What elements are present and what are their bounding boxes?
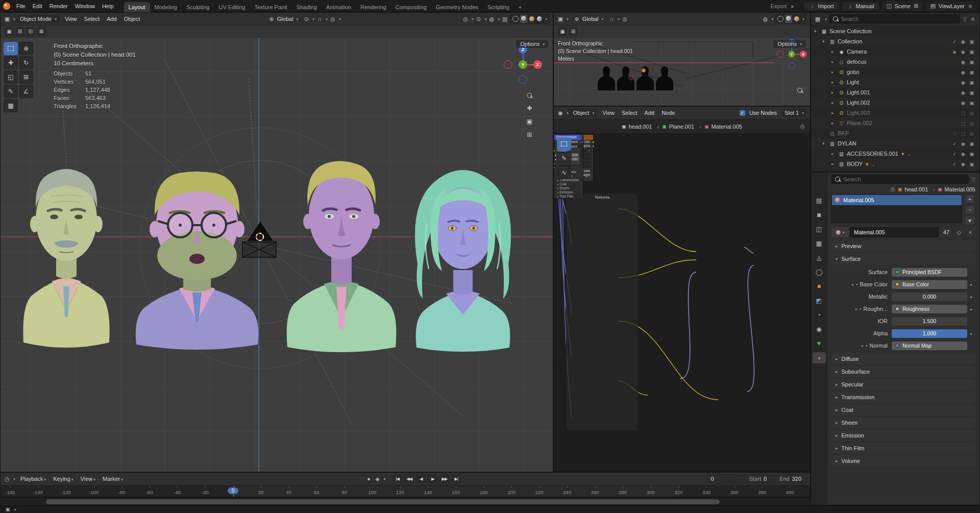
properties-tab[interactable]: ▦	[813, 238, 826, 249]
outliner-row[interactable]: ▸ gobo	[811, 67, 979, 77]
zoom-icon[interactable]	[527, 93, 532, 99]
shading-wireframe-icon[interactable]	[512, 16, 519, 22]
snap-magnet-icon[interactable]: ∩	[316, 16, 323, 22]
use-nodes-checkbox[interactable]: ✓Use Nodes	[737, 109, 780, 117]
expand-arrow-icon[interactable]: ▸	[852, 282, 854, 287]
outliner-row[interactable]: ▸ Camera	[811, 46, 979, 57]
transport-button[interactable]: ▶	[427, 474, 438, 483]
properties-tab[interactable]: ◯	[813, 266, 826, 278]
outliner-row[interactable]: ▾ Scene Collection	[811, 26, 979, 36]
visibility-toggle-icon[interactable]	[968, 161, 975, 167]
keying-set-icon[interactable]: ◈	[374, 476, 381, 482]
gizmo-x-axis[interactable]: X	[800, 51, 806, 57]
property-value[interactable]: Principled BSDF	[892, 268, 967, 277]
collapsed-section[interactable]: ▸Coat	[831, 404, 975, 416]
shading-dropdown-icon[interactable]: ▾	[802, 17, 804, 21]
viewport-menu[interactable]: Object	[120, 15, 144, 23]
visibility-toggle-icon[interactable]	[951, 131, 958, 136]
slot-dropdown[interactable]: Slot 1▾	[781, 109, 807, 117]
outliner-options-icon[interactable]: ≡	[969, 16, 976, 22]
tool-annotate[interactable]: ✎	[557, 152, 571, 165]
shader-menu[interactable]: Node	[658, 109, 678, 117]
select-mode-subtract-icon[interactable]: ⊟	[26, 27, 35, 36]
disclosure-arrow-icon[interactable]: ▸	[831, 110, 838, 115]
slot-specials-button[interactable]: ▾	[965, 216, 975, 225]
breadcrumb-item[interactable]: ▣ Material.005›	[938, 186, 975, 192]
visibility-toggle-icon[interactable]	[968, 100, 975, 106]
workspace-tab[interactable]: Modeling	[150, 2, 182, 12]
topbar-menu-item[interactable]: Help	[99, 2, 117, 10]
transport-button[interactable]: ◀	[415, 474, 426, 483]
blender-logo-icon[interactable]	[3, 3, 10, 10]
shader-menu[interactable]: View	[599, 109, 618, 117]
bust-elderly-man[interactable]	[23, 169, 109, 348]
topbar-menu-item[interactable]: Edit	[29, 2, 46, 10]
gizmo-x-axis[interactable]: X	[533, 60, 542, 69]
shading-rendered-icon[interactable]	[536, 16, 543, 22]
toggle-ortho-icon[interactable]: ⊞	[527, 131, 532, 138]
expand-arrow-icon[interactable]: ▸	[862, 344, 864, 348]
workspace-tab[interactable]: UV Editing	[214, 2, 250, 12]
bust-teal-woman[interactable]	[415, 170, 511, 352]
outliner[interactable]: ▦▾ ▽ ≡ ▾ Scene Collection	[811, 12, 980, 172]
visibility-toggle-icon[interactable]	[951, 39, 958, 44]
viewport-menu[interactable]: View	[61, 15, 81, 23]
snap-magnet-icon[interactable]: ∩	[608, 16, 615, 22]
viewport-canvas[interactable]: Front Orthographic (0) Scene Collection …	[1, 38, 553, 472]
tool-move[interactable]: ✚	[4, 56, 18, 69]
disclosure-arrow-icon[interactable]: ▸	[831, 151, 838, 156]
outliner-row[interactable]: ▸ Light.002	[811, 97, 979, 108]
tool-add-primitive[interactable]: ▦	[4, 99, 18, 112]
node-socket-icon[interactable]	[554, 166, 555, 169]
properties-tab[interactable]: ◔	[813, 309, 826, 321]
bust-silhouettes[interactable]	[598, 66, 673, 90]
pin-icon[interactable]: ◎	[890, 186, 895, 192]
node-socket-icon[interactable]	[592, 141, 595, 143]
breadcrumb-item[interactable]: ▣ head.001›	[898, 186, 935, 192]
outliner-row[interactable]: ▸ defocus	[811, 57, 979, 67]
gizmos-icon[interactable]: ⊙	[475, 16, 482, 22]
auto-keying-icon[interactable]: ●	[365, 476, 372, 482]
disclosure-arrow-icon[interactable]: ▸	[831, 161, 838, 166]
property-value[interactable]: 0.000	[892, 292, 967, 301]
topbar-menu-item[interactable]: Window	[71, 2, 99, 10]
outliner-item-label[interactable]: Collection	[838, 38, 862, 44]
visibility-toggle-icon[interactable]	[960, 141, 967, 146]
editor-type-icon[interactable]: ▣	[4, 16, 11, 22]
outliner-item-label[interactable]: BODY	[847, 161, 863, 167]
tool-rotate[interactable]: ↻	[19, 56, 33, 69]
shader-type-dropdown[interactable]: Object▾	[570, 109, 598, 117]
checkbox-checked-icon[interactable]: ✓	[740, 110, 745, 116]
node-row[interactable]: Thin Film	[556, 194, 581, 198]
export-button[interactable]: Export»	[766, 2, 801, 10]
transport-button[interactable]: ▶▶	[439, 474, 450, 483]
outliner-item-label[interactable]: BKP	[838, 130, 849, 136]
node-canvas[interactable]: Textures Image Texture Color	[554, 134, 810, 472]
browse-material-button[interactable]: ▾	[831, 227, 849, 237]
shader-menu[interactable]: Add	[641, 109, 658, 117]
current-frame-field[interactable]: 0	[705, 474, 742, 483]
empty-object[interactable]	[242, 242, 276, 257]
status-editor-icon[interactable]: ▣	[4, 507, 11, 512]
outliner-row[interactable]: ▸ BODY	[811, 159, 979, 169]
property-value[interactable]: Normal Map	[892, 341, 967, 350]
outliner-item-label[interactable]: ACCESSORIES.001	[847, 151, 898, 157]
property-value[interactable]: 1.500	[892, 317, 967, 326]
properties-tab[interactable]: ▤	[813, 195, 826, 206]
node-row[interactable]: Emission	[556, 190, 581, 194]
outliner-item-label[interactable]: Light	[847, 79, 859, 85]
viewport2-options-dropdown[interactable]: Options▾	[773, 40, 806, 48]
frame-end-field[interactable]: End320	[774, 474, 807, 483]
select-mode-extend-icon[interactable]: ⊞	[15, 27, 24, 36]
gizmo-y-axis[interactable]: Y	[519, 60, 527, 69]
disclosure-arrow-icon[interactable]: ▾	[822, 141, 828, 146]
section-volume[interactable]: ▸Volume	[831, 455, 975, 467]
workspace-tab[interactable]: Geometry Nodes	[431, 2, 483, 12]
editor-type-icon[interactable]: ▣	[557, 16, 564, 22]
editor-type-icon[interactable]: ▦	[814, 16, 821, 22]
visibility-toggle-icon[interactable]	[968, 120, 975, 126]
viewlayer-selector[interactable]: ▤ViewLayer≡	[926, 2, 977, 10]
visibility-toggle-icon[interactable]	[960, 161, 967, 167]
visibility-toggle-icon[interactable]	[960, 90, 967, 95]
outliner-row[interactable]: ▾ DYLAN	[811, 138, 979, 149]
